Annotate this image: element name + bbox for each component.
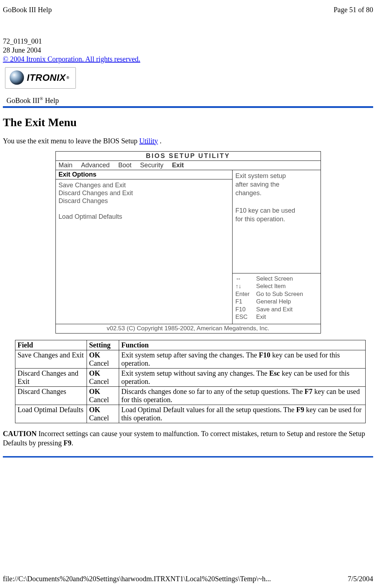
- bios-key: F1: [235, 298, 253, 305]
- cell-setting: OKCancel: [87, 350, 119, 368]
- bios-key-desc: Select Screen: [256, 275, 293, 282]
- bios-key-desc: Go to Sub Screen: [256, 290, 303, 298]
- bios-key-row: ESCExit: [235, 313, 318, 321]
- bios-key-desc: Exit: [256, 313, 266, 321]
- bios-option: Discard Changes and Exit: [59, 189, 229, 197]
- bios-key-desc: General Help: [256, 298, 291, 305]
- cell-setting: OKCancel: [87, 386, 119, 405]
- bios-key-row: ↔Select Screen: [235, 275, 318, 282]
- bios-key-row: F10Save and Exit: [235, 306, 318, 313]
- table-row: Discard Changes and ExitOKCancelExit sys…: [15, 368, 366, 386]
- intro-paragraph: You use the exit menu to leave the BIOS …: [3, 136, 373, 145]
- cell-field: Discard Changes and Exit: [15, 368, 87, 386]
- bios-help-line: [235, 198, 318, 206]
- bios-footer: v02.53 (C) Copyright 1985-2002, American…: [56, 324, 321, 333]
- cell-function: Discards changes done so far to any of t…: [119, 386, 366, 405]
- brand-word: ITRONIX: [27, 72, 66, 83]
- bios-tab-main: Main: [56, 161, 78, 170]
- itronix-logo: ITRONIX®: [5, 67, 76, 89]
- caution-pre: Incorrect settings can cause your system…: [3, 430, 365, 447]
- cell-field: Discard Changes: [15, 386, 87, 405]
- section-title: The Exit Menu: [3, 116, 373, 129]
- bios-key: ↔: [235, 275, 253, 282]
- utility-link[interactable]: Utility: [139, 137, 158, 145]
- th-field: Field: [15, 340, 87, 350]
- cell-setting: OKCancel: [87, 405, 119, 423]
- bios-exit-options-title: Exit Options: [56, 170, 232, 179]
- bios-tab-exit: Exit: [169, 161, 190, 170]
- bios-option: [59, 205, 229, 213]
- divider-blue-bottom: [3, 456, 373, 458]
- product-line: GoBook III® Help: [3, 96, 373, 105]
- globe-icon: [10, 70, 24, 85]
- bios-key-desc: Save and Exit: [256, 306, 293, 313]
- bios-tab-boot: Boot: [116, 161, 137, 170]
- table-row: Discard ChangesOKCancelDiscards changes …: [15, 386, 366, 405]
- cell-setting: OKCancel: [87, 368, 119, 386]
- bios-help-line: after saving the: [235, 180, 318, 189]
- bios-help-text: Exit system setupafter saving thechanges…: [235, 172, 318, 224]
- bios-key-row: ↑↓Select Item: [235, 282, 318, 290]
- cell-function: Exit system setup without saving any cha…: [119, 368, 366, 386]
- bios-key: F10: [235, 306, 253, 313]
- caution-post: .: [72, 439, 73, 447]
- brand-trademark: ®: [67, 76, 69, 80]
- intro-before: You use the exit menu to leave the BIOS …: [3, 137, 139, 145]
- intro-after: .: [158, 137, 162, 145]
- bios-tab-row: MainAdvancedBootSecurityExit: [56, 161, 321, 170]
- bios-option: Discard Changes: [59, 197, 229, 205]
- product-suffix: Help: [43, 97, 59, 104]
- bios-help-line: F10 key can be used: [235, 206, 318, 215]
- product-prefix: GoBook III: [6, 97, 40, 104]
- bios-key: Enter: [235, 290, 253, 298]
- header-right: Page 51 of 80: [333, 6, 373, 14]
- cell-function: Load Optimal Default values for all the …: [119, 405, 366, 423]
- bios-key-row: F1General Help: [235, 298, 318, 305]
- bios-tab-security: Security: [137, 161, 169, 170]
- header-left: GoBook III Help: [3, 6, 52, 14]
- copyright-link[interactable]: © 2004 Itronix Corporation. All rights r…: [3, 55, 140, 63]
- divider-blue-top: [3, 106, 373, 108]
- bios-help-line: for this operation.: [235, 215, 318, 223]
- bios-tab-advanced: Advanced: [78, 161, 116, 170]
- footer-path: file://C:\Documents%20and%20Settings\har…: [3, 575, 271, 583]
- doc-id: 72_0119_001: [3, 37, 373, 46]
- bios-key-desc: Select Item: [256, 282, 286, 290]
- bios-help-line: Exit system setup: [235, 172, 318, 180]
- bios-key: ↑↓: [235, 282, 253, 290]
- bios-help-line: changes.: [235, 189, 318, 197]
- table-row: Save Changes and ExitOKCancelExit system…: [15, 350, 366, 368]
- bios-option: Save Changes and Exit: [59, 182, 229, 189]
- caution-paragraph: CAUTION Incorrect settings can cause you…: [3, 429, 373, 448]
- cell-field: Save Changes and Exit: [15, 350, 87, 368]
- footer-date: 7/5/2004: [348, 575, 373, 583]
- bios-screenshot: BIOS SETUP UTILITY MainAdvancedBootSecur…: [55, 151, 321, 333]
- cell-function: Exit system setup after saving the chang…: [119, 350, 366, 368]
- bios-key-row: EnterGo to Sub Screen: [235, 290, 318, 298]
- th-setting: Setting: [87, 340, 119, 350]
- doc-date: 28 June 2004: [3, 46, 373, 55]
- table-row: Load Optimal DefaultsOKCancelLoad Optima…: [15, 405, 366, 423]
- caution-key: F9: [63, 439, 71, 447]
- bios-key: ESC: [235, 313, 253, 321]
- caution-label: CAUTION: [3, 430, 36, 438]
- fields-table: Field Setting Function Save Changes and …: [15, 340, 366, 423]
- th-function: Function: [119, 340, 366, 350]
- cell-field: Load Optimal Defaults: [15, 405, 87, 423]
- bios-option: Load Optimal Defaults: [59, 213, 229, 221]
- bios-key-legend: ↔Select Screen↑↓Select ItemEnterGo to Su…: [233, 273, 321, 321]
- product-reg-icon: ®: [40, 96, 43, 101]
- bios-title: BIOS SETUP UTILITY: [56, 152, 321, 161]
